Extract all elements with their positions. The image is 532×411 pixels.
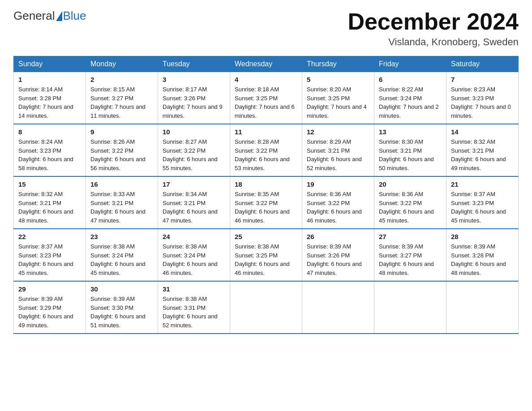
calendar-cell: 1 Sunrise: 8:14 AMSunset: 3:28 PMDayligh… xyxy=(14,72,86,124)
day-info: Sunrise: 8:29 AMSunset: 3:21 PMDaylight:… xyxy=(307,138,362,171)
day-number: 27 xyxy=(379,233,442,240)
day-number: 13 xyxy=(379,128,442,136)
day-info: Sunrise: 8:22 AMSunset: 3:24 PMDaylight:… xyxy=(379,86,439,119)
calendar-cell: 16 Sunrise: 8:33 AMSunset: 3:21 PMDaylig… xyxy=(86,176,158,229)
calendar-cell: 26 Sunrise: 8:39 AMSunset: 3:26 PMDaylig… xyxy=(302,229,374,281)
calendar-cell: 11 Sunrise: 8:28 AMSunset: 3:22 PMDaylig… xyxy=(230,124,302,176)
day-number: 23 xyxy=(90,233,153,240)
day-number: 7 xyxy=(451,76,514,83)
day-info: Sunrise: 8:38 AMSunset: 3:25 PMDaylight:… xyxy=(235,243,290,276)
day-number: 5 xyxy=(307,76,369,83)
calendar-cell: 31 Sunrise: 8:38 AMSunset: 3:31 PMDaylig… xyxy=(158,281,230,334)
header-day-friday: Friday xyxy=(374,56,446,72)
calendar-cell: 17 Sunrise: 8:34 AMSunset: 3:21 PMDaylig… xyxy=(158,176,230,229)
day-info: Sunrise: 8:26 AMSunset: 3:22 PMDaylight:… xyxy=(90,138,146,171)
calendar-cell: 15 Sunrise: 8:32 AMSunset: 3:21 PMDaylig… xyxy=(14,176,86,229)
logo: General Blue xyxy=(13,9,86,23)
day-number: 2 xyxy=(90,76,153,83)
day-number: 18 xyxy=(235,180,297,188)
header-day-tuesday: Tuesday xyxy=(158,56,230,72)
calendar-cell: 10 Sunrise: 8:27 AMSunset: 3:22 PMDaylig… xyxy=(158,124,230,176)
day-info: Sunrise: 8:37 AMSunset: 3:23 PMDaylight:… xyxy=(451,191,506,224)
day-number: 24 xyxy=(163,233,225,240)
day-number: 8 xyxy=(18,128,81,136)
calendar-cell: 13 Sunrise: 8:30 AMSunset: 3:21 PMDaylig… xyxy=(374,124,446,176)
calendar-cell: 2 Sunrise: 8:15 AMSunset: 3:27 PMDayligh… xyxy=(86,72,158,124)
day-info: Sunrise: 8:17 AMSunset: 3:26 PMDaylight:… xyxy=(163,86,223,119)
day-info: Sunrise: 8:20 AMSunset: 3:25 PMDaylight:… xyxy=(307,86,367,119)
day-number: 21 xyxy=(451,180,514,188)
calendar-cell: 21 Sunrise: 8:37 AMSunset: 3:23 PMDaylig… xyxy=(446,176,519,229)
day-number: 3 xyxy=(163,76,225,83)
day-info: Sunrise: 8:39 AMSunset: 3:30 PMDaylight:… xyxy=(90,295,146,329)
calendar-week-row: 29 Sunrise: 8:39 AMSunset: 3:29 PMDaylig… xyxy=(14,281,519,334)
calendar-cell: 3 Sunrise: 8:17 AMSunset: 3:26 PMDayligh… xyxy=(158,72,230,124)
day-number: 17 xyxy=(163,180,225,188)
calendar-cell xyxy=(302,281,374,334)
calendar-cell xyxy=(230,281,302,334)
day-number: 26 xyxy=(307,233,369,240)
day-number: 30 xyxy=(90,285,153,293)
logo-general-text: General xyxy=(13,9,55,23)
calendar-cell: 9 Sunrise: 8:26 AMSunset: 3:22 PMDayligh… xyxy=(86,124,158,176)
day-info: Sunrise: 8:27 AMSunset: 3:22 PMDaylight:… xyxy=(163,138,218,171)
calendar-week-row: 22 Sunrise: 8:37 AMSunset: 3:23 PMDaylig… xyxy=(14,229,519,281)
header-day-monday: Monday xyxy=(86,56,158,72)
day-number: 6 xyxy=(379,76,442,83)
day-info: Sunrise: 8:32 AMSunset: 3:21 PMDaylight:… xyxy=(18,191,73,224)
calendar-cell: 18 Sunrise: 8:35 AMSunset: 3:22 PMDaylig… xyxy=(230,176,302,229)
day-info: Sunrise: 8:38 AMSunset: 3:24 PMDaylight:… xyxy=(163,243,218,276)
day-info: Sunrise: 8:33 AMSunset: 3:21 PMDaylight:… xyxy=(90,191,146,224)
day-number: 29 xyxy=(18,285,81,293)
day-number: 14 xyxy=(451,128,514,136)
location: Vislanda, Kronoberg, Sweden xyxy=(348,36,519,48)
day-number: 19 xyxy=(307,180,369,188)
title-area: December 2024 Vislanda, Kronoberg, Swede… xyxy=(348,9,519,48)
day-info: Sunrise: 8:24 AMSunset: 3:23 PMDaylight:… xyxy=(18,138,73,171)
day-number: 22 xyxy=(18,233,81,240)
calendar-week-row: 15 Sunrise: 8:32 AMSunset: 3:21 PMDaylig… xyxy=(14,176,519,229)
header-day-thursday: Thursday xyxy=(302,56,374,72)
day-info: Sunrise: 8:23 AMSunset: 3:23 PMDaylight:… xyxy=(451,86,511,119)
day-number: 31 xyxy=(163,285,225,293)
calendar-cell: 29 Sunrise: 8:39 AMSunset: 3:29 PMDaylig… xyxy=(14,281,86,334)
header-day-sunday: Sunday xyxy=(14,56,86,72)
day-info: Sunrise: 8:39 AMSunset: 3:29 PMDaylight:… xyxy=(18,295,73,329)
day-info: Sunrise: 8:39 AMSunset: 3:28 PMDaylight:… xyxy=(451,243,506,276)
header: General Blue December 2024 Vislanda, Kro… xyxy=(13,9,519,48)
day-info: Sunrise: 8:39 AMSunset: 3:26 PMDaylight:… xyxy=(307,243,362,276)
day-info: Sunrise: 8:34 AMSunset: 3:21 PMDaylight:… xyxy=(163,191,218,224)
day-number: 4 xyxy=(235,76,297,83)
logo-triangle-icon xyxy=(56,11,62,21)
calendar-cell: 5 Sunrise: 8:20 AMSunset: 3:25 PMDayligh… xyxy=(302,72,374,124)
calendar-header-row: SundayMondayTuesdayWednesdayThursdayFrid… xyxy=(14,56,519,72)
calendar-cell: 30 Sunrise: 8:39 AMSunset: 3:30 PMDaylig… xyxy=(86,281,158,334)
day-info: Sunrise: 8:39 AMSunset: 3:27 PMDaylight:… xyxy=(379,243,434,276)
day-number: 1 xyxy=(18,76,81,83)
calendar-cell: 27 Sunrise: 8:39 AMSunset: 3:27 PMDaylig… xyxy=(374,229,446,281)
calendar-cell: 24 Sunrise: 8:38 AMSunset: 3:24 PMDaylig… xyxy=(158,229,230,281)
calendar-cell: 23 Sunrise: 8:38 AMSunset: 3:24 PMDaylig… xyxy=(86,229,158,281)
calendar-cell: 22 Sunrise: 8:37 AMSunset: 3:23 PMDaylig… xyxy=(14,229,86,281)
day-info: Sunrise: 8:18 AMSunset: 3:25 PMDaylight:… xyxy=(235,86,295,119)
day-number: 25 xyxy=(235,233,297,240)
day-info: Sunrise: 8:36 AMSunset: 3:22 PMDaylight:… xyxy=(307,191,362,224)
calendar-cell: 12 Sunrise: 8:29 AMSunset: 3:21 PMDaylig… xyxy=(302,124,374,176)
day-number: 15 xyxy=(18,180,81,188)
day-number: 16 xyxy=(90,180,153,188)
day-info: Sunrise: 8:14 AMSunset: 3:28 PMDaylight:… xyxy=(18,86,73,119)
header-day-wednesday: Wednesday xyxy=(230,56,302,72)
day-info: Sunrise: 8:32 AMSunset: 3:21 PMDaylight:… xyxy=(451,138,506,171)
day-info: Sunrise: 8:15 AMSunset: 3:27 PMDaylight:… xyxy=(90,86,146,119)
calendar-cell: 28 Sunrise: 8:39 AMSunset: 3:28 PMDaylig… xyxy=(446,229,519,281)
month-title: December 2024 xyxy=(348,9,519,34)
day-info: Sunrise: 8:37 AMSunset: 3:23 PMDaylight:… xyxy=(18,243,73,276)
day-info: Sunrise: 8:36 AMSunset: 3:22 PMDaylight:… xyxy=(379,191,434,224)
calendar-cell: 25 Sunrise: 8:38 AMSunset: 3:25 PMDaylig… xyxy=(230,229,302,281)
calendar-cell xyxy=(446,281,519,334)
calendar-week-row: 8 Sunrise: 8:24 AMSunset: 3:23 PMDayligh… xyxy=(14,124,519,176)
day-info: Sunrise: 8:35 AMSunset: 3:22 PMDaylight:… xyxy=(235,191,290,224)
day-number: 20 xyxy=(379,180,442,188)
header-day-saturday: Saturday xyxy=(446,56,519,72)
day-info: Sunrise: 8:28 AMSunset: 3:22 PMDaylight:… xyxy=(235,138,290,171)
